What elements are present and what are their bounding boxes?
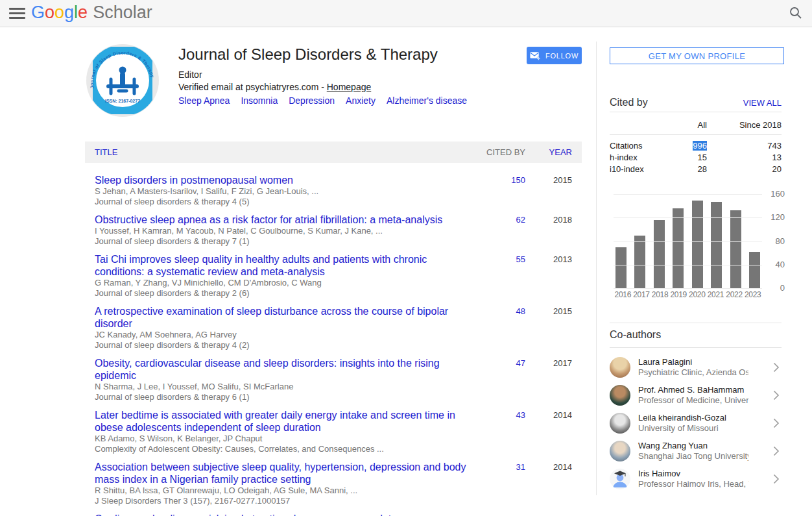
article-cited-by-count[interactable]: 150: [467, 174, 525, 207]
google-logo-word: Google: [31, 3, 88, 23]
article-title-link[interactable]: Later bedtime is associated with greater…: [95, 409, 467, 434]
article-cited-by-count[interactable]: 47: [467, 357, 525, 402]
coauthor-name[interactable]: Iris Haimov: [638, 469, 748, 479]
avatar-issn-text: ISSN: 2167-0277: [105, 99, 140, 103]
article-year: 2018: [525, 214, 582, 247]
chevron-right-icon[interactable]: [773, 362, 783, 373]
coauthor-affiliation: University of Missouri: [638, 423, 726, 434]
gridline: [614, 194, 762, 195]
article-cited-by-count[interactable]: 30: [467, 513, 525, 516]
chart-bar-2019: [673, 208, 684, 288]
article-authors: JC Kanady, AM Soehnera, AG Harvey: [95, 330, 467, 340]
homepage-link[interactable]: Homepage: [327, 82, 372, 92]
article-venue: Journal of sleep disorders & therapy 6 (…: [95, 392, 467, 402]
article-cited-by-count[interactable]: 55: [467, 253, 525, 299]
verified-email-line: Verified email at psychiatryres.com - Ho…: [178, 82, 371, 92]
article-title-link[interactable]: A retrospective examination of sleep dis…: [95, 305, 467, 330]
coauthor-affiliation: Professor Haimov Iris, Head, T...: [638, 479, 748, 489]
article-venue: Journal of sleep disorders & therapy 4 (…: [95, 340, 467, 350]
articles-table-header: TITLE CITED BY YEAR: [85, 141, 582, 163]
sort-by-title-header[interactable]: TITLE: [85, 147, 467, 157]
x-axis-tick-label: 2017: [632, 290, 651, 299]
article-title-link[interactable]: Sleep disorders in postmenopausal women: [95, 174, 467, 186]
google-scholar-logo[interactable]: Google Scholar: [31, 3, 152, 23]
article-cited-by-count[interactable]: 48: [467, 305, 525, 350]
article-venue: J Sleep Disorders Ther 3 (157), 2167-027…: [95, 496, 467, 506]
sort-by-year-header[interactable]: YEAR: [525, 147, 582, 157]
get-my-own-profile-button[interactable]: GET MY OWN PROFILE: [610, 47, 784, 64]
cited-by-header: CITED BY: [467, 147, 525, 157]
scholar-logo-word: Scholar: [93, 3, 152, 23]
coauthor-affiliation: Shanghai Jiao Tong University: [638, 451, 748, 461]
citation-metrics-table: Citations 996 743 h-index 15 13 i10-inde…: [610, 140, 782, 175]
search-icon[interactable]: [789, 6, 803, 20]
coauthor-avatar: [610, 441, 630, 461]
topic-link[interactable]: Sleep Apnea: [178, 95, 230, 106]
topic-link[interactable]: Insomnia: [241, 95, 278, 106]
citation-metric-row: h-index 15 13: [610, 152, 782, 164]
chevron-right-icon[interactable]: [773, 446, 783, 456]
hamburger-icon[interactable]: [9, 8, 25, 19]
chevron-right-icon[interactable]: [773, 474, 783, 484]
highlighted-value: 996: [693, 141, 707, 151]
metric-since-value[interactable]: 743: [707, 140, 782, 152]
coauthor-list-item[interactable]: Laura Palagini Psychiatric Clinic, Azien…: [610, 353, 783, 381]
article-row: Tai Chi improves sleep quality in health…: [85, 253, 582, 299]
metric-all-value[interactable]: 28: [664, 164, 707, 175]
articles-list: Sleep disorders in postmenopausal women …: [85, 163, 582, 516]
article-title-link[interactable]: Cardiovascular disease risk in obstructi…: [95, 513, 467, 516]
article-row: Association between subjective sleep qua…: [85, 461, 582, 506]
article-cited-by-count[interactable]: 62: [467, 214, 525, 247]
chart-bar-2021: [711, 202, 722, 288]
coauthor-list-item[interactable]: Wang Zhang Yuan Shanghai Jiao Tong Unive…: [610, 437, 783, 465]
article-title-link[interactable]: Tai Chi improves sleep quality in health…: [95, 253, 467, 278]
verified-email-text: Verified email at psychiatryres.com -: [178, 82, 327, 92]
topic-link[interactable]: Depression: [289, 95, 335, 106]
coauthor-list-item[interactable]: Leila kheirandish-Gozal University of Mi…: [610, 409, 783, 437]
coauthor-affiliation: Psychiatric Clinic, Azienda Osp...: [638, 367, 748, 378]
y-axis-tick-label: 40: [765, 260, 785, 269]
citation-metric-row: i10-index 28 20: [610, 164, 782, 175]
coauthor-name[interactable]: Wang Zhang Yuan: [638, 441, 748, 451]
metric-since-value[interactable]: 13: [707, 152, 782, 164]
divider: [610, 347, 782, 348]
coauthor-name[interactable]: Laura Palagini: [638, 357, 748, 367]
article-title-link[interactable]: Obstructive sleep apnea as a risk factor…: [95, 214, 467, 226]
metric-label: Citations: [610, 140, 664, 152]
coauthors-list: Laura Palagini Psychiatric Clinic, Azien…: [610, 353, 783, 493]
scholar-default-avatar-icon: [610, 469, 630, 489]
view-all-link[interactable]: VIEW ALL: [743, 98, 782, 108]
article-authors: KB Adamo, S Wilson, K Belanger, JP Chapu…: [95, 434, 467, 444]
cited-by-column-headers: All Since 2018: [610, 120, 782, 130]
chevron-right-icon[interactable]: [773, 390, 783, 400]
article-title-link[interactable]: Association between subjective sleep qua…: [95, 461, 467, 485]
article-cited-by-count[interactable]: 31: [467, 461, 525, 506]
coauthor-list-item[interactable]: Iris Haimov Professor Haimov Iris, Head,…: [610, 465, 783, 493]
article-row: A retrospective examination of sleep dis…: [85, 305, 582, 350]
topic-link[interactable]: Alzheimer's disease: [387, 95, 467, 106]
metric-all-value[interactable]: 15: [664, 152, 707, 164]
coauthor-name[interactable]: Prof. Ahmed S. BaHammam: [638, 385, 748, 395]
coauthors-title: Co-authors: [610, 329, 661, 341]
article-venue: Complexity of Adolescent Obesity: Causes…: [95, 444, 467, 454]
metric-since-value[interactable]: 20: [707, 164, 782, 175]
chart-bar-2017: [634, 236, 645, 288]
coauthor-list-item[interactable]: Prof. Ahmed S. BaHammam Professor of Med…: [610, 381, 783, 409]
topic-link[interactable]: Anxiety: [346, 95, 376, 106]
coauthor-avatar: [610, 357, 630, 378]
gridline: [614, 288, 762, 289]
article-year: 2017: [525, 513, 582, 516]
chevron-right-icon[interactable]: [773, 418, 783, 428]
x-axis-tick-label: 2016: [614, 290, 632, 299]
column-all: All: [664, 120, 707, 130]
gridline: [614, 265, 762, 265]
article-year: 2014: [525, 461, 582, 506]
coauthor-name[interactable]: Leila kheirandish-Gozal: [638, 413, 726, 423]
article-authors: I Youssef, H Kamran, M Yacoub, N Patel, …: [95, 226, 467, 236]
follow-button-label: FOLLOW: [545, 52, 579, 60]
follow-button[interactable]: FOLLOW: [527, 47, 582, 64]
article-cited-by-count[interactable]: 43: [467, 409, 525, 454]
article-title-link[interactable]: Obesity, cardiovascular disease and slee…: [95, 357, 467, 382]
x-axis-tick-label: 2023: [743, 290, 762, 299]
metric-all-value[interactable]: 996: [664, 140, 707, 152]
